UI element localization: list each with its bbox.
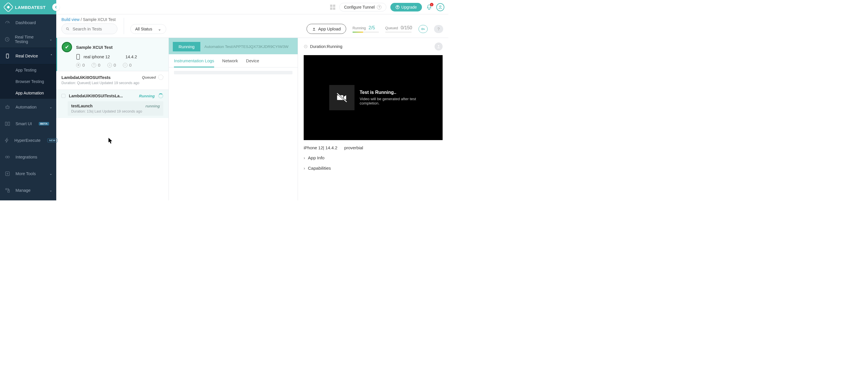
duration-label: Duration:: [310, 44, 327, 49]
content-columns: ✔ Sample XCUI Test real iphone 12 14.4.2…: [56, 38, 448, 200]
detail-panel: Duration: Running Test is Running.. Vid: [298, 38, 448, 200]
nav-integrations[interactable]: Integrations: [0, 149, 56, 166]
toolbar-right: App Upload Running 2/5 Queued 0/150 ?: [307, 24, 443, 34]
nav-real-device-submenu: App Testing Browser Testing App Automati…: [0, 64, 56, 99]
nav-real-time-testing[interactable]: Real Time Testing ⌄: [0, 31, 56, 48]
nav-label: More Tools: [16, 171, 36, 176]
svg-rect-8: [8, 122, 10, 125]
tab-network[interactable]: Network: [222, 58, 238, 67]
subtest-item[interactable]: testLaunch running Duration: 13s| Last U…: [68, 101, 163, 116]
build-card[interactable]: ✔ Sample XCUI Test real iphone 12 14.4.2…: [56, 38, 168, 71]
svg-point-14: [66, 28, 68, 30]
video-body: Video will be generated after test compl…: [360, 97, 417, 106]
nav-dashboard[interactable]: Dashboard: [0, 14, 56, 31]
svg-rect-4: [6, 106, 9, 109]
log-placeholder: [174, 71, 292, 75]
build-os: 14.4.2: [125, 55, 137, 59]
configure-tunnel-button[interactable]: Configure Tunnel ?: [339, 3, 386, 11]
chevron-down-icon: ⌄: [50, 188, 52, 192]
chevron-right-icon: ›: [304, 156, 305, 160]
svg-rect-16: [76, 54, 80, 59]
chevron-down-icon: ⌄: [158, 27, 161, 31]
clock-icon: [304, 44, 308, 49]
question-icon: ?: [437, 27, 440, 31]
device-info: iPhone 12| 14.4.2 proverbial: [304, 145, 443, 150]
queued-icon: [158, 75, 163, 80]
nav-app-testing[interactable]: App Testing: [0, 64, 56, 76]
suite-title: LambdaUiKitIOSUITests: [61, 75, 111, 80]
user-icon: [438, 5, 443, 9]
nav-label: Real Device: [16, 54, 38, 58]
queued-quota-bar: [385, 32, 412, 33]
app-name: proverbial: [344, 145, 363, 150]
collapse-sidebar-button[interactable]: [52, 3, 60, 11]
nav-label: App Testing: [16, 68, 36, 72]
nav-automation[interactable]: Automation ⌄: [0, 99, 56, 115]
subtest-title: testLaunch: [71, 103, 93, 108]
shapes-icon: [4, 187, 11, 193]
nav-app-automation[interactable]: App Automation: [0, 87, 56, 99]
lambdatest-icon: [3, 2, 14, 12]
nav-hyperexecute[interactable]: HyperExecute NEW: [0, 132, 56, 149]
brand-logo[interactable]: LAMBDATEST: [0, 0, 56, 14]
access-key-button[interactable]: [418, 25, 428, 33]
tab-instrumentation-logs[interactable]: Instrumentation Logs: [174, 58, 214, 67]
nav-more-tools[interactable]: More Tools ⌄: [0, 166, 56, 182]
running-quota-label: Running: [352, 26, 366, 30]
test-case-item[interactable]: LambdaUiKitIOSUITestsLa... Running testL…: [56, 90, 168, 118]
upgrade-button[interactable]: Upgrade: [391, 3, 422, 11]
nav-real-device[interactable]: Real Device ˄: [0, 48, 56, 64]
spinner-icon: [158, 93, 163, 98]
search-tests[interactable]: [61, 24, 117, 34]
nav-smart-ui[interactable]: Smart UI BETA: [0, 115, 56, 132]
robot-icon: [4, 104, 11, 110]
running-quota: Running 2/5: [352, 25, 379, 33]
nav-manage[interactable]: Manage ⌄: [0, 182, 56, 199]
clock-icon: [4, 36, 10, 42]
chevron-up-icon: ˄: [51, 54, 52, 58]
banner-status: Running: [173, 42, 200, 51]
expander-label: Capabilities: [308, 166, 331, 171]
search-input[interactable]: [72, 26, 113, 32]
nav-label: Automation: [16, 105, 36, 109]
duration-row: Duration: Running: [304, 42, 443, 51]
expander-app-info[interactable]: › App Info: [304, 155, 443, 160]
checkbox[interactable]: [61, 94, 65, 98]
apps-grid-icon[interactable]: [330, 5, 335, 10]
suite-item[interactable]: LambdaUiKitIOSUITests Queued Duration: Q…: [56, 71, 168, 87]
nav-browser-testing[interactable]: Browser Testing: [0, 76, 56, 87]
count-ignored: −0: [123, 63, 131, 67]
device-summary: iPhone 12| 14.4.2: [304, 145, 337, 150]
running-quota-value: 2/5: [369, 25, 375, 30]
gauge-icon: [4, 20, 11, 26]
configure-tunnel-label: Configure Tunnel: [344, 5, 375, 9]
svg-rect-13: [8, 190, 9, 192]
chevron-down-icon: ⌄: [50, 105, 52, 109]
breadcrumb-current: Sample XCUI Test: [83, 17, 116, 22]
tab-device[interactable]: Device: [246, 58, 259, 67]
app-upload-button[interactable]: App Upload: [307, 24, 346, 34]
suite-status: Queued: [142, 75, 156, 80]
top-header: LAMBDATEST Configure Tunnel ? Upgrade 0: [0, 0, 448, 14]
svg-point-5: [6, 107, 7, 108]
user-avatar[interactable]: [436, 3, 444, 11]
breadcrumb-root[interactable]: Build view: [61, 17, 80, 22]
help-button[interactable]: ?: [434, 25, 443, 33]
status-filter[interactable]: All Status ⌄: [130, 24, 166, 34]
build-title: Sample XCUI Test: [76, 45, 113, 50]
reporter-avatar[interactable]: [435, 42, 443, 51]
status-success-icon: ✔: [62, 42, 72, 52]
expander-capabilities[interactable]: › Capabilities: [304, 166, 443, 171]
svg-point-9: [5, 156, 7, 158]
notifications-button[interactable]: 0: [426, 4, 432, 10]
chevron-right-icon: ›: [304, 166, 305, 171]
svg-point-1: [439, 6, 441, 7]
status-filter-label: All Status: [135, 27, 152, 31]
running-quota-bar: [352, 32, 379, 33]
count-error: !0: [92, 63, 100, 67]
svg-point-10: [7, 156, 9, 158]
plug-icon: [4, 154, 11, 160]
nav-label: Dashboard: [16, 20, 36, 25]
queued-quota-value: 0/150: [401, 25, 412, 30]
suite-meta: Duration: Queued| Last Updated 19 second…: [61, 81, 163, 85]
